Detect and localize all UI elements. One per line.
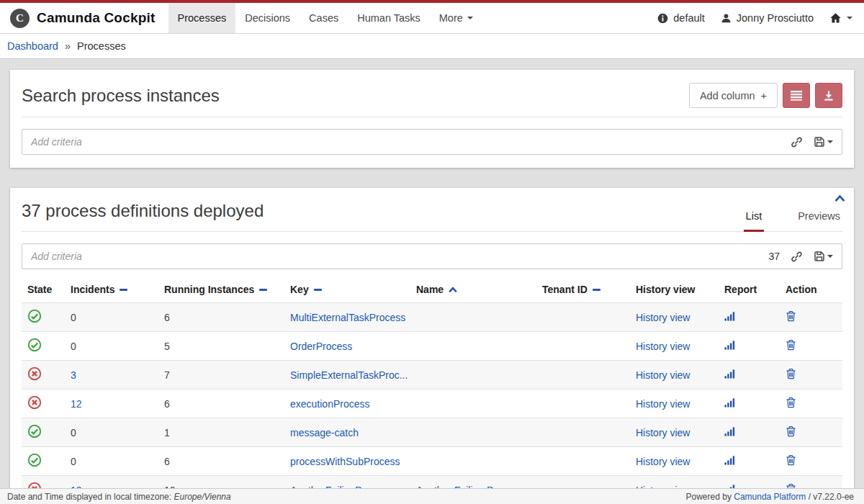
state-ok-icon bbox=[27, 309, 42, 323]
instance-criteria-input[interactable] bbox=[31, 130, 780, 154]
column-header-label: Name bbox=[416, 284, 444, 295]
remove-column-icon[interactable] bbox=[120, 289, 127, 291]
report-icon[interactable] bbox=[724, 369, 735, 379]
process-key-link[interactable]: MultiExternalTaskProcess bbox=[290, 312, 405, 323]
save-search-icon[interactable] bbox=[814, 136, 833, 148]
column-header-incidents[interactable]: Incidents bbox=[65, 279, 158, 303]
report-icon[interactable] bbox=[724, 455, 735, 465]
list-view-button[interactable] bbox=[783, 83, 810, 108]
definition-criteria-input[interactable] bbox=[31, 244, 757, 269]
plus-icon: + bbox=[761, 90, 767, 102]
column-header-state[interactable]: State bbox=[22, 279, 65, 303]
running-instances-count: 5 bbox=[158, 332, 284, 361]
sort-ascending-icon[interactable] bbox=[449, 286, 457, 293]
home-menu[interactable] bbox=[829, 12, 852, 24]
nav-item-human-tasks[interactable]: Human Tasks bbox=[348, 3, 430, 33]
report-icon[interactable] bbox=[724, 340, 735, 350]
column-header-history-view[interactable]: History view bbox=[630, 279, 719, 303]
column-header-name[interactable]: Name bbox=[410, 279, 536, 303]
definition-criteria-bar: 37 bbox=[22, 243, 842, 269]
remove-column-icon[interactable] bbox=[314, 289, 322, 291]
add-column-button[interactable]: Add column + bbox=[689, 83, 778, 108]
search-panel-title: Search process instances bbox=[22, 86, 220, 106]
table-row[interactable]: 0 5 OrderProcess History view bbox=[22, 332, 842, 361]
table-row[interactable]: 3 7 SimpleExternalTaskProc... History vi… bbox=[22, 361, 842, 390]
save-search-icon[interactable] bbox=[814, 251, 833, 262]
engine-selector[interactable]: default bbox=[657, 12, 705, 24]
download-button[interactable] bbox=[815, 83, 842, 108]
breadcrumb-dashboard-link[interactable]: Dashboard bbox=[7, 40, 58, 52]
camunda-logo-icon: C bbox=[10, 9, 30, 28]
column-header-label: Key bbox=[290, 284, 309, 295]
delete-icon[interactable] bbox=[786, 310, 796, 322]
tenant-id-cell bbox=[536, 418, 630, 447]
powered-by-note: Powered by Camunda Platform / v7.22.0-ee bbox=[686, 492, 854, 502]
chevron-down-icon bbox=[827, 140, 833, 143]
delete-icon[interactable] bbox=[786, 339, 796, 351]
column-header-key[interactable]: Key bbox=[284, 279, 410, 303]
table-row[interactable]: 0 1 message-catch History view bbox=[22, 418, 842, 447]
chevron-down-icon bbox=[467, 17, 473, 19]
nav-item-decisions[interactable]: Decisions bbox=[235, 3, 300, 33]
history-view-link[interactable]: History view bbox=[636, 456, 690, 467]
timezone-note: Date and Time displayed in local timezon… bbox=[7, 492, 231, 502]
copy-link-icon[interactable] bbox=[791, 136, 803, 148]
remove-column-icon[interactable] bbox=[593, 289, 600, 291]
user-menu[interactable]: Jonny Prosciutto bbox=[721, 12, 814, 24]
collapse-panel-icon[interactable] bbox=[834, 194, 845, 202]
camunda-platform-link[interactable]: Camunda Platform bbox=[734, 492, 806, 502]
definitions-panel-title: 37 process definitions deployed bbox=[22, 201, 264, 231]
running-instances-count: 7 bbox=[158, 361, 284, 390]
delete-icon[interactable] bbox=[786, 397, 796, 408]
incidents-count[interactable]: 12 bbox=[71, 398, 82, 410]
add-column-label: Add column bbox=[700, 90, 755, 102]
delete-icon[interactable] bbox=[786, 426, 796, 437]
engine-label: default bbox=[673, 12, 705, 24]
column-header-running-instances[interactable]: Running Instances bbox=[158, 279, 284, 303]
table-row[interactable]: 12 6 executionProcess History view bbox=[22, 390, 842, 418]
nav-item-cases[interactable]: Cases bbox=[300, 3, 348, 33]
report-icon[interactable] bbox=[724, 397, 735, 408]
table-row[interactable]: 0 6 processWithSubProcess History view bbox=[22, 447, 842, 476]
tab-previews[interactable]: Previews bbox=[796, 204, 842, 232]
column-header-label: History view bbox=[636, 284, 695, 295]
incidents-count: 0 bbox=[71, 312, 76, 323]
state-ok-icon bbox=[27, 453, 42, 467]
copy-link-icon[interactable] bbox=[791, 251, 803, 263]
nav-item-more[interactable]: More bbox=[430, 3, 482, 33]
report-icon[interactable] bbox=[724, 426, 735, 436]
remove-column-icon[interactable] bbox=[259, 289, 267, 291]
column-header-label: Report bbox=[724, 284, 757, 295]
column-header-report[interactable]: Report bbox=[719, 279, 780, 303]
column-header-tenant-id[interactable]: Tenant ID bbox=[536, 279, 630, 303]
history-view-link[interactable]: History view bbox=[636, 341, 690, 352]
app-brand[interactable]: C Camunda Cockpit bbox=[10, 3, 156, 33]
footer: Date and Time displayed in local timezon… bbox=[0, 488, 864, 504]
column-header-label: State bbox=[27, 284, 52, 295]
table-header-row: State Incidents Running Instances Key bbox=[22, 279, 842, 303]
report-icon[interactable] bbox=[724, 311, 735, 321]
history-view-link[interactable]: History view bbox=[636, 398, 690, 410]
incidents-count[interactable]: 3 bbox=[71, 369, 76, 381]
state-error-icon bbox=[27, 395, 42, 410]
column-header-action[interactable]: Action bbox=[780, 279, 842, 303]
history-view-link[interactable]: History view bbox=[636, 369, 690, 381]
process-key-link[interactable]: processWithSubProcess bbox=[290, 456, 400, 467]
history-view-link[interactable]: History view bbox=[636, 312, 690, 323]
nav-item-processes[interactable]: Processes bbox=[168, 3, 236, 33]
user-icon bbox=[721, 13, 732, 24]
breadcrumb-current: Processes bbox=[77, 40, 126, 52]
timezone-value: Europe/Vienna bbox=[174, 492, 230, 502]
table-row[interactable]: 0 6 MultiExternalTaskProcess History vie… bbox=[22, 303, 842, 332]
nav-item-label: Human Tasks bbox=[357, 12, 420, 24]
app-title: Camunda Cockpit bbox=[37, 10, 156, 26]
delete-icon[interactable] bbox=[786, 368, 796, 379]
delete-icon[interactable] bbox=[786, 454, 796, 466]
process-key-link[interactable]: executionProcess bbox=[290, 398, 370, 410]
tenant-id-cell bbox=[536, 332, 630, 361]
process-key-link[interactable]: message-catch bbox=[290, 427, 359, 438]
tab-list[interactable]: List bbox=[744, 204, 765, 232]
process-key-link[interactable]: OrderProcess bbox=[290, 341, 352, 352]
process-key-link[interactable]: SimpleExternalTaskProc... bbox=[290, 369, 408, 381]
history-view-link[interactable]: History view bbox=[636, 427, 690, 438]
